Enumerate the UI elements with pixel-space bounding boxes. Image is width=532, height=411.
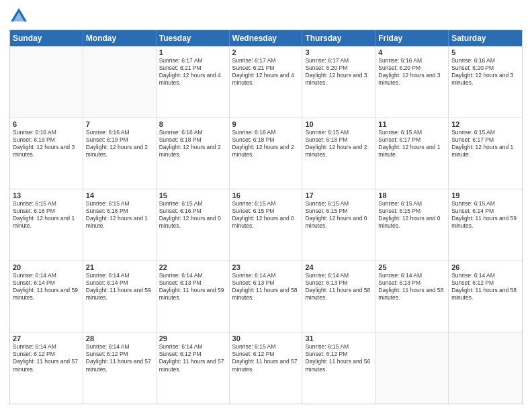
day-number: 11 <box>378 120 445 128</box>
day-number: 7 <box>86 120 153 128</box>
cell-detail: Sunrise: 6:14 AM Sunset: 6:14 PM Dayligh… <box>13 272 80 302</box>
day-number: 3 <box>305 48 372 56</box>
day-number: 22 <box>159 263 226 271</box>
calendar-week-2: 6Sunrise: 6:16 AM Sunset: 6:19 PM Daylig… <box>10 118 522 190</box>
cell-detail: Sunrise: 6:15 AM Sunset: 6:15 PM Dayligh… <box>378 200 445 230</box>
header <box>9 7 523 26</box>
calendar-week-3: 13Sunrise: 6:15 AM Sunset: 6:16 PM Dayli… <box>10 189 522 261</box>
day-cell-29: 29Sunrise: 6:14 AM Sunset: 6:12 PM Dayli… <box>157 332 230 404</box>
calendar-body: 1Sunrise: 6:17 AM Sunset: 6:21 PM Daylig… <box>10 46 522 404</box>
day-cell-21: 21Sunrise: 6:14 AM Sunset: 6:14 PM Dayli… <box>83 261 157 332</box>
calendar-week-1: 1Sunrise: 6:17 AM Sunset: 6:21 PM Daylig… <box>10 46 522 118</box>
calendar-week-4: 20Sunrise: 6:14 AM Sunset: 6:14 PM Dayli… <box>10 261 522 333</box>
day-cell-27: 27Sunrise: 6:14 AM Sunset: 6:12 PM Dayli… <box>10 332 83 404</box>
day-cell-13: 13Sunrise: 6:15 AM Sunset: 6:16 PM Dayli… <box>10 189 83 261</box>
day-number: 16 <box>232 191 300 199</box>
day-number: 1 <box>159 48 226 56</box>
day-cell-2: 2Sunrise: 6:17 AM Sunset: 6:21 PM Daylig… <box>230 46 303 118</box>
day-number: 29 <box>159 334 226 342</box>
day-cell-8: 8Sunrise: 6:16 AM Sunset: 6:18 PM Daylig… <box>157 118 230 189</box>
day-cell-3: 3Sunrise: 6:17 AM Sunset: 6:20 PM Daylig… <box>302 46 375 118</box>
day-cell-15: 15Sunrise: 6:15 AM Sunset: 6:16 PM Dayli… <box>157 189 230 261</box>
cell-detail: Sunrise: 6:16 AM Sunset: 6:18 PM Dayligh… <box>232 129 300 158</box>
day-number: 15 <box>159 191 226 199</box>
day-number: 2 <box>232 48 300 56</box>
day-number: 5 <box>451 48 519 56</box>
day-number: 4 <box>378 48 445 56</box>
empty-cell <box>83 46 157 118</box>
day-number: 19 <box>451 191 519 199</box>
day-cell-9: 9Sunrise: 6:16 AM Sunset: 6:18 PM Daylig… <box>230 118 303 189</box>
day-number: 18 <box>378 191 445 199</box>
cell-detail: Sunrise: 6:15 AM Sunset: 6:18 PM Dayligh… <box>305 129 372 158</box>
day-number: 14 <box>86 191 153 199</box>
day-number: 26 <box>451 263 519 271</box>
day-number: 24 <box>305 263 372 271</box>
day-cell-20: 20Sunrise: 6:14 AM Sunset: 6:14 PM Dayli… <box>10 261 83 332</box>
day-number: 6 <box>13 120 80 128</box>
calendar: SundayMondayTuesdayWednesdayThursdayFrid… <box>9 30 523 404</box>
day-number: 12 <box>451 120 519 128</box>
day-number: 17 <box>305 191 372 199</box>
day-cell-7: 7Sunrise: 6:16 AM Sunset: 6:19 PM Daylig… <box>83 118 157 189</box>
cell-detail: Sunrise: 6:16 AM Sunset: 6:19 PM Dayligh… <box>13 129 80 158</box>
day-number: 21 <box>86 263 153 271</box>
day-cell-24: 24Sunrise: 6:14 AM Sunset: 6:13 PM Dayli… <box>302 261 375 332</box>
day-number: 28 <box>86 334 153 342</box>
cell-detail: Sunrise: 6:15 AM Sunset: 6:16 PM Dayligh… <box>13 200 80 230</box>
day-cell-1: 1Sunrise: 6:17 AM Sunset: 6:21 PM Daylig… <box>157 46 230 118</box>
day-number: 20 <box>13 263 80 271</box>
cell-detail: Sunrise: 6:15 AM Sunset: 6:16 PM Dayligh… <box>159 200 226 230</box>
header-day-tuesday: Tuesday <box>157 30 230 46</box>
day-cell-31: 31Sunrise: 6:15 AM Sunset: 6:12 PM Dayli… <box>302 332 375 404</box>
cell-detail: Sunrise: 6:16 AM Sunset: 6:19 PM Dayligh… <box>86 129 153 158</box>
logo-icon <box>9 7 28 26</box>
header-day-thursday: Thursday <box>302 30 375 46</box>
cell-detail: Sunrise: 6:15 AM Sunset: 6:17 PM Dayligh… <box>378 129 445 158</box>
cell-detail: Sunrise: 6:14 AM Sunset: 6:12 PM Dayligh… <box>86 343 153 373</box>
day-cell-4: 4Sunrise: 6:16 AM Sunset: 6:20 PM Daylig… <box>375 46 449 118</box>
day-cell-25: 25Sunrise: 6:14 AM Sunset: 6:13 PM Dayli… <box>375 261 449 332</box>
cell-detail: Sunrise: 6:15 AM Sunset: 6:12 PM Dayligh… <box>232 343 300 373</box>
day-cell-30: 30Sunrise: 6:15 AM Sunset: 6:12 PM Dayli… <box>230 332 303 404</box>
cell-detail: Sunrise: 6:15 AM Sunset: 6:15 PM Dayligh… <box>232 200 300 230</box>
day-cell-6: 6Sunrise: 6:16 AM Sunset: 6:19 PM Daylig… <box>10 118 83 189</box>
day-cell-17: 17Sunrise: 6:15 AM Sunset: 6:15 PM Dayli… <box>302 189 375 261</box>
header-day-friday: Friday <box>375 30 449 46</box>
day-number: 27 <box>13 334 80 342</box>
empty-cell <box>10 46 83 118</box>
empty-cell <box>449 332 522 404</box>
calendar-week-5: 27Sunrise: 6:14 AM Sunset: 6:12 PM Dayli… <box>10 332 522 404</box>
header-day-sunday: Sunday <box>10 30 83 46</box>
day-cell-14: 14Sunrise: 6:15 AM Sunset: 6:16 PM Dayli… <box>83 189 157 261</box>
page: SundayMondayTuesdayWednesdayThursdayFrid… <box>0 0 532 411</box>
day-number: 23 <box>232 263 300 271</box>
cell-detail: Sunrise: 6:16 AM Sunset: 6:18 PM Dayligh… <box>159 129 226 158</box>
cell-detail: Sunrise: 6:14 AM Sunset: 6:13 PM Dayligh… <box>378 272 445 302</box>
day-cell-10: 10Sunrise: 6:15 AM Sunset: 6:18 PM Dayli… <box>302 118 375 189</box>
cell-detail: Sunrise: 6:14 AM Sunset: 6:13 PM Dayligh… <box>232 272 300 302</box>
day-number: 10 <box>305 120 372 128</box>
day-cell-18: 18Sunrise: 6:15 AM Sunset: 6:15 PM Dayli… <box>375 189 449 261</box>
cell-detail: Sunrise: 6:16 AM Sunset: 6:20 PM Dayligh… <box>451 57 519 87</box>
cell-detail: Sunrise: 6:14 AM Sunset: 6:14 PM Dayligh… <box>86 272 153 302</box>
day-cell-5: 5Sunrise: 6:16 AM Sunset: 6:20 PM Daylig… <box>449 46 522 118</box>
day-cell-16: 16Sunrise: 6:15 AM Sunset: 6:15 PM Dayli… <box>230 189 303 261</box>
day-cell-28: 28Sunrise: 6:14 AM Sunset: 6:12 PM Dayli… <box>83 332 157 404</box>
day-cell-12: 12Sunrise: 6:15 AM Sunset: 6:17 PM Dayli… <box>449 118 522 189</box>
day-cell-22: 22Sunrise: 6:14 AM Sunset: 6:13 PM Dayli… <box>157 261 230 332</box>
cell-detail: Sunrise: 6:15 AM Sunset: 6:15 PM Dayligh… <box>305 200 372 230</box>
day-cell-26: 26Sunrise: 6:14 AM Sunset: 6:12 PM Dayli… <box>449 261 522 332</box>
cell-detail: Sunrise: 6:14 AM Sunset: 6:12 PM Dayligh… <box>159 343 226 373</box>
cell-detail: Sunrise: 6:14 AM Sunset: 6:13 PM Dayligh… <box>305 272 372 302</box>
cell-detail: Sunrise: 6:14 AM Sunset: 6:12 PM Dayligh… <box>451 272 519 302</box>
cell-detail: Sunrise: 6:17 AM Sunset: 6:21 PM Dayligh… <box>232 57 300 87</box>
cell-detail: Sunrise: 6:15 AM Sunset: 6:12 PM Dayligh… <box>305 343 372 373</box>
day-number: 8 <box>159 120 226 128</box>
cell-detail: Sunrise: 6:17 AM Sunset: 6:20 PM Dayligh… <box>305 57 372 87</box>
logo <box>9 7 31 26</box>
day-number: 31 <box>305 334 372 342</box>
day-number: 30 <box>232 334 300 342</box>
cell-detail: Sunrise: 6:15 AM Sunset: 6:14 PM Dayligh… <box>451 200 519 230</box>
cell-detail: Sunrise: 6:16 AM Sunset: 6:20 PM Dayligh… <box>378 57 445 87</box>
